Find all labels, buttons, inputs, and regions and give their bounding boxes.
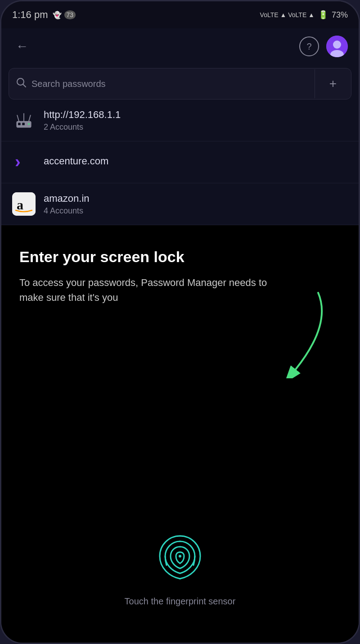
- help-button[interactable]: ?: [299, 36, 319, 56]
- site-name: accenture.com: [44, 155, 348, 167]
- search-bar[interactable]: Search passwords +: [9, 68, 351, 100]
- fingerprint-icon: [153, 531, 207, 585]
- site-accounts: 4 Accounts: [44, 206, 348, 216]
- lock-description: To access your passwords, Password Manag…: [19, 275, 280, 305]
- site-name: http://192.168.1.1: [44, 109, 348, 121]
- site-accounts: 2 Accounts: [44, 122, 348, 132]
- status-time: 1:16 pm: [12, 9, 48, 21]
- lock-title: Enter your screen lock: [19, 248, 341, 266]
- svg-point-17: [179, 555, 181, 558]
- password-section: ← ?: [1, 28, 359, 225]
- avatar[interactable]: [326, 36, 348, 57]
- password-list: http://192.168.1.1 2 Accounts › accentur…: [1, 100, 359, 225]
- svg-rect-7: [22, 123, 25, 126]
- app-header: ← ?: [1, 28, 359, 64]
- site-info: http://192.168.1.1 2 Accounts: [44, 109, 348, 132]
- snapchat-icon: 👻: [53, 11, 62, 19]
- signal-icons: VoLTE ▲ VoLTE ▲: [260, 11, 315, 18]
- amazon-icon: a: [12, 192, 36, 216]
- svg-rect-6: [18, 123, 21, 126]
- site-name: amazon.in: [44, 193, 348, 204]
- lock-section: Enter your screen lock To access your pa…: [1, 225, 359, 643]
- header-right: ?: [299, 36, 348, 57]
- status-left: 1:16 pm 👻 73: [12, 9, 76, 21]
- svg-text:a: a: [17, 197, 23, 212]
- back-button[interactable]: ←: [12, 36, 32, 56]
- search-placeholder: Search passwords: [32, 79, 106, 89]
- search-icon: [16, 77, 26, 90]
- add-password-button[interactable]: +: [315, 68, 351, 99]
- router-icon: [12, 109, 36, 132]
- svg-line-9: [17, 115, 19, 121]
- battery-percent: 73%: [332, 10, 348, 20]
- fingerprint-label: Touch the fingerprint sensor: [125, 596, 236, 607]
- notch: [162, 1, 198, 14]
- site-info: accenture.com: [44, 155, 348, 169]
- status-right: VoLTE ▲ VoLTE ▲ 🔋 73%: [260, 10, 348, 20]
- battery-icon: 🔋: [318, 10, 328, 20]
- svg-line-4: [23, 85, 26, 87]
- notification-badge-icon: 73: [64, 10, 76, 19]
- svg-point-3: [17, 78, 24, 85]
- accenture-icon: ›: [12, 150, 36, 174]
- status-icons: 👻 73: [53, 10, 76, 19]
- svg-point-1: [333, 41, 341, 49]
- green-arrow: [260, 288, 332, 380]
- search-input-area[interactable]: Search passwords: [9, 69, 315, 98]
- site-info: amazon.in 4 Accounts: [44, 193, 348, 216]
- list-item[interactable]: › accenture.com: [1, 141, 359, 183]
- svg-point-8: [28, 123, 30, 125]
- svg-line-11: [29, 115, 31, 121]
- fingerprint-area[interactable]: Touch the fingerprint sensor: [19, 531, 341, 625]
- list-item[interactable]: a amazon.in 4 Accounts: [1, 183, 359, 225]
- svg-text:›: ›: [15, 152, 21, 171]
- list-item[interactable]: http://192.168.1.1 2 Accounts: [1, 100, 359, 141]
- phone-frame: 1:16 pm 👻 73 VoLTE ▲ VoLTE ▲ 🔋 73% ← ?: [0, 0, 360, 644]
